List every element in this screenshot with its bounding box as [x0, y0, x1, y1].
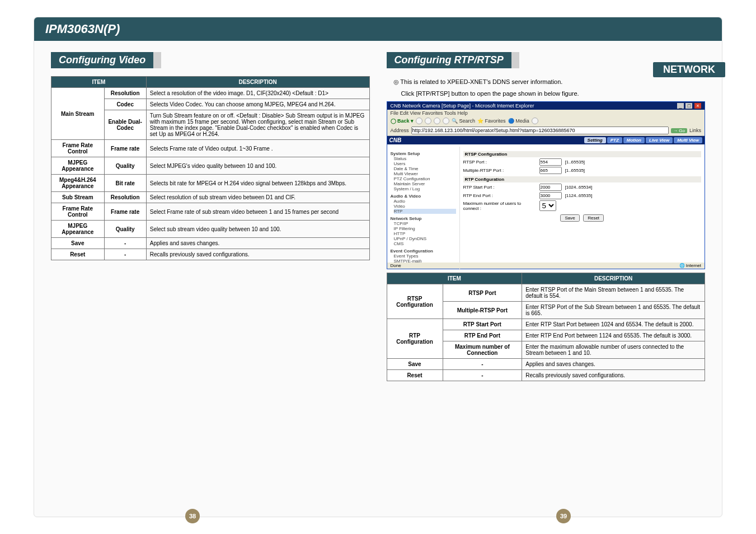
- desc-reset: Recalls previously saved configurations.: [146, 249, 369, 260]
- item-reset2: -: [443, 370, 522, 381]
- status-bar: Done 🌐 Internet: [387, 263, 705, 269]
- max-users-select[interactable]: 5: [539, 200, 556, 211]
- item-rtp-start: RTP Start Port: [443, 319, 522, 330]
- nav-rtp[interactable]: RTP: [394, 209, 456, 214]
- col-desc: DESCRIPTION: [146, 77, 369, 88]
- reset-button[interactable]: Reset: [583, 214, 604, 222]
- nav-audiovideo: Audio & Video: [391, 194, 456, 199]
- nav-users[interactable]: Users: [394, 161, 456, 166]
- browser-toolbar: ◯ Back ▾ 🔍 Search ⭐ Favorites 🔵 Media: [387, 116, 705, 125]
- desc-save2: Applies and saves changes.: [522, 359, 705, 370]
- forward-button[interactable]: [416, 118, 422, 124]
- desc-bitrate: Selects bit rate for MPEG4 or H.264 vide…: [146, 175, 369, 192]
- rtp-spec-table: ITEM DESCRIPTION RTSP Configuration RTSP…: [387, 273, 706, 381]
- item-reset: -: [104, 249, 146, 260]
- nav-http[interactable]: HTTP: [394, 231, 456, 236]
- menu-bar[interactable]: File Edit View Favorites Tools Help: [387, 110, 705, 116]
- go-button[interactable]: → Go: [671, 128, 687, 133]
- nav-multiviewer[interactable]: Multi Viewer: [394, 171, 456, 176]
- rtp-start-input[interactable]: [539, 184, 562, 191]
- maximize-icon[interactable]: □: [685, 103, 692, 109]
- content: Configuring Video ITEM DESCRIPTION Main …: [34, 41, 722, 398]
- nav-maintain[interactable]: Maintain Server: [394, 181, 456, 186]
- desc-quality: Select MJPEG's video quality between 10 …: [146, 157, 369, 175]
- group-reset: Reset: [51, 249, 105, 260]
- setup-body: System Setup Status Users Date & Time Mu…: [387, 147, 705, 270]
- stop-icon[interactable]: [425, 118, 431, 124]
- refresh-icon[interactable]: [434, 118, 440, 124]
- item-bitrate: Bit rate: [104, 175, 146, 192]
- item-save2: -: [443, 359, 522, 370]
- nav-ipfilter[interactable]: IP Filtering: [394, 226, 456, 231]
- embedded-screenshot: CNB Network Camera [Setup Page] - Micros…: [387, 101, 706, 269]
- desc-reset2: Recalls previously saved configurations.: [522, 370, 705, 381]
- multi-rtsp-input[interactable]: [539, 167, 562, 174]
- desc-rtp-end: Enter RTP End Port between 1124 and 6553…: [522, 330, 705, 341]
- rtsp-port-input[interactable]: [539, 158, 562, 166]
- item-codec: Codec: [104, 99, 146, 110]
- group-main-stream: Main Stream: [51, 88, 105, 140]
- tab-liveview[interactable]: Live View: [646, 137, 673, 143]
- desc-multi-rtsp: Enter RTSP Port of the Sub Stream betwee…: [522, 302, 705, 319]
- item-max-conn: Maximum number of Connection: [443, 341, 522, 359]
- nav-eventtypes[interactable]: Event Types: [394, 254, 456, 259]
- save-button[interactable]: Save: [560, 214, 579, 222]
- left-section-title: Configuring Video: [51, 52, 161, 68]
- links-label[interactable]: Links: [689, 128, 701, 133]
- setup-config-panel: RTSP Configuration RTSP Port : [1..65535…: [460, 147, 705, 270]
- cnb-logo: CNB: [389, 137, 402, 143]
- rtp-start-label: RTP Start Port :: [463, 185, 536, 190]
- nav-eventconfig: Event Configuration: [391, 249, 456, 254]
- nav-syslog[interactable]: System / Log: [394, 186, 456, 191]
- group-substream: Sub Stream: [51, 192, 105, 203]
- page-number-left: 38: [185, 509, 200, 523]
- rtsp-port-hint: [1..65535]: [565, 160, 585, 165]
- back-button[interactable]: ◯ Back ▾: [391, 118, 414, 124]
- tab-motion[interactable]: Motion: [623, 137, 645, 143]
- address-input[interactable]: [411, 127, 669, 134]
- home-icon[interactable]: [443, 118, 449, 124]
- page-number-right: 39: [556, 509, 571, 523]
- group-reset2: Reset: [387, 370, 443, 381]
- nav-datetime[interactable]: Date & Time: [394, 166, 456, 171]
- desc-resolution: Select a resolution of the video image. …: [146, 88, 369, 99]
- rtp-col-desc: DESCRIPTION: [522, 273, 705, 284]
- cnb-header-row: CNB Setting PTZ Motion Live View Multi V…: [387, 136, 705, 144]
- desc-codec: Selects Video Codec. You can choose amon…: [146, 99, 369, 110]
- minimize-icon[interactable]: _: [677, 103, 684, 109]
- nav-upnp[interactable]: UPnP / DynDNS: [394, 236, 456, 241]
- search-button[interactable]: 🔍 Search: [452, 118, 475, 124]
- tab-ptz[interactable]: PTZ: [607, 137, 622, 143]
- item-sub-quality: Quality: [104, 221, 146, 238]
- favorites-button[interactable]: ⭐ Favorites: [477, 118, 506, 124]
- nav-status[interactable]: Status: [394, 156, 456, 161]
- window-controls: _ □ ×: [677, 103, 701, 109]
- desc-framerate: Selects Frame rate of Video output. 1~30…: [146, 140, 369, 157]
- nav-tcpip[interactable]: TCP/IP: [394, 221, 456, 226]
- nav-cms[interactable]: CMS: [394, 241, 456, 246]
- item-dualcodec: Enable Dual-Codec: [104, 110, 146, 140]
- rtp-end-input[interactable]: [539, 192, 562, 199]
- tab-setting[interactable]: Setting: [584, 137, 606, 143]
- history-icon[interactable]: [532, 118, 538, 124]
- tab-multiview[interactable]: Multi View: [674, 137, 702, 143]
- group-save2: Save: [387, 359, 443, 370]
- desc-sub-framerate: Select Frame rate of sub stream video be…: [146, 203, 369, 221]
- close-icon[interactable]: ×: [694, 103, 701, 109]
- item-multi-rtsp: Multiple-RTSP Port: [443, 302, 522, 319]
- setup-nav: System Setup Status Users Date & Time Mu…: [387, 147, 460, 270]
- item-rtp-end: RTP End Port: [443, 330, 522, 341]
- desc-rtp-start: Enter RTP Start Port between 1024 and 65…: [522, 319, 705, 330]
- nav-video[interactable]: Video: [394, 204, 456, 209]
- nav-audio[interactable]: Audio: [394, 199, 456, 204]
- rtp-end-label: RTP End Port :: [463, 193, 536, 198]
- desc-sub-quality: Select sub stream video quality between …: [146, 221, 369, 238]
- group-framerate-ctrl2: Frame Rate Control: [51, 203, 105, 221]
- col-item: ITEM: [51, 77, 147, 88]
- media-button[interactable]: 🔵 Media: [508, 118, 529, 124]
- nav-ptzconfig[interactable]: PTZ Configuration: [394, 176, 456, 181]
- rtp-start-hint: [1024..65534]: [565, 185, 593, 190]
- product-header: IPM3063N(P): [34, 17, 722, 41]
- item-sub-resolution: Resolution: [104, 192, 146, 203]
- item-save: -: [104, 238, 146, 249]
